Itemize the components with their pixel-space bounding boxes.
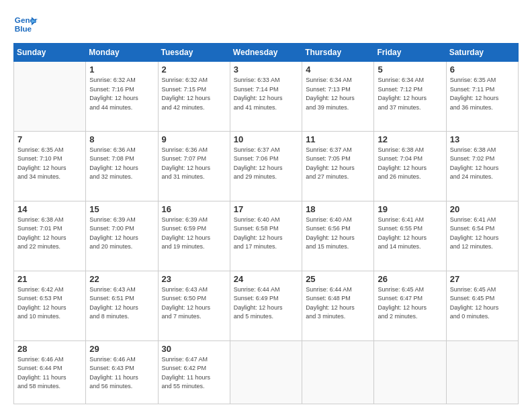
calendar-week-row: 28Sunrise: 6:46 AM Sunset: 6:44 PM Dayli…	[14, 340, 519, 404]
calendar-cell: 14Sunrise: 6:38 AM Sunset: 7:01 PM Dayli…	[14, 201, 86, 271]
calendar-cell	[230, 340, 302, 404]
day-number: 9	[162, 134, 226, 144]
day-info: Sunrise: 6:32 AM Sunset: 7:16 PM Dayligh…	[89, 76, 154, 112]
day-number: 22	[89, 274, 154, 284]
calendar-cell: 19Sunrise: 6:41 AM Sunset: 6:55 PM Dayli…	[374, 201, 446, 271]
day-info: Sunrise: 6:35 AM Sunset: 7:11 PM Dayligh…	[450, 76, 515, 112]
day-info: Sunrise: 6:46 AM Sunset: 6:43 PM Dayligh…	[89, 355, 154, 392]
day-number: 1	[89, 64, 154, 75]
day-number: 25	[306, 274, 370, 284]
weekday-header: Wednesday	[230, 44, 302, 62]
day-number: 18	[306, 204, 370, 214]
calendar-cell: 5Sunrise: 6:34 AM Sunset: 7:12 PM Daylig…	[374, 62, 446, 132]
day-number: 3	[234, 64, 298, 75]
calendar-cell: 28Sunrise: 6:46 AM Sunset: 6:44 PM Dayli…	[14, 340, 86, 404]
day-info: Sunrise: 6:38 AM Sunset: 7:04 PM Dayligh…	[378, 146, 442, 182]
calendar-cell: 6Sunrise: 6:35 AM Sunset: 7:11 PM Daylig…	[446, 62, 518, 132]
calendar-cell: 20Sunrise: 6:41 AM Sunset: 6:54 PM Dayli…	[446, 201, 518, 271]
day-info: Sunrise: 6:36 AM Sunset: 7:08 PM Dayligh…	[89, 146, 154, 182]
weekday-header: Sunday	[14, 44, 86, 62]
day-info: Sunrise: 6:34 AM Sunset: 7:13 PM Dayligh…	[306, 76, 370, 112]
calendar-cell: 7Sunrise: 6:35 AM Sunset: 7:10 PM Daylig…	[14, 131, 86, 201]
weekday-header: Thursday	[302, 44, 374, 62]
day-number: 11	[306, 134, 370, 144]
page: General Blue SundayMondayTuesdayWednesda…	[0, 0, 532, 411]
calendar-cell: 26Sunrise: 6:45 AM Sunset: 6:47 PM Dayli…	[374, 271, 446, 340]
day-number: 6	[450, 64, 515, 75]
weekday-header: Friday	[374, 44, 446, 62]
day-info: Sunrise: 6:37 AM Sunset: 7:05 PM Dayligh…	[306, 146, 370, 182]
day-number: 30	[162, 344, 226, 354]
day-number: 13	[450, 134, 515, 144]
calendar-cell: 30Sunrise: 6:47 AM Sunset: 6:42 PM Dayli…	[158, 340, 230, 404]
day-info: Sunrise: 6:40 AM Sunset: 6:58 PM Dayligh…	[234, 216, 298, 252]
day-info: Sunrise: 6:32 AM Sunset: 7:15 PM Dayligh…	[162, 76, 226, 112]
calendar-cell: 21Sunrise: 6:42 AM Sunset: 6:53 PM Dayli…	[14, 271, 86, 340]
calendar-cell: 13Sunrise: 6:38 AM Sunset: 7:02 PM Dayli…	[446, 131, 518, 201]
header: General Blue	[13, 12, 519, 36]
calendar-cell: 4Sunrise: 6:34 AM Sunset: 7:13 PM Daylig…	[302, 62, 374, 132]
day-info: Sunrise: 6:40 AM Sunset: 6:56 PM Dayligh…	[306, 216, 370, 252]
day-number: 7	[17, 134, 82, 144]
day-info: Sunrise: 6:41 AM Sunset: 6:54 PM Dayligh…	[450, 216, 515, 252]
calendar-cell	[374, 340, 446, 404]
day-info: Sunrise: 6:35 AM Sunset: 7:10 PM Dayligh…	[17, 146, 82, 182]
weekday-header: Saturday	[446, 44, 518, 62]
calendar-cell	[446, 340, 518, 404]
logo: General Blue	[13, 12, 38, 36]
weekday-header: Monday	[86, 44, 158, 62]
calendar-cell: 1Sunrise: 6:32 AM Sunset: 7:16 PM Daylig…	[86, 62, 158, 132]
day-info: Sunrise: 6:38 AM Sunset: 7:01 PM Dayligh…	[17, 216, 82, 252]
calendar-cell: 24Sunrise: 6:44 AM Sunset: 6:49 PM Dayli…	[230, 271, 302, 340]
calendar-cell: 22Sunrise: 6:43 AM Sunset: 6:51 PM Dayli…	[86, 271, 158, 340]
calendar-cell: 23Sunrise: 6:43 AM Sunset: 6:50 PM Dayli…	[158, 271, 230, 340]
day-number: 5	[378, 64, 442, 75]
calendar-week-row: 7Sunrise: 6:35 AM Sunset: 7:10 PM Daylig…	[14, 131, 519, 201]
day-number: 12	[378, 134, 442, 144]
calendar-cell: 8Sunrise: 6:36 AM Sunset: 7:08 PM Daylig…	[86, 131, 158, 201]
day-info: Sunrise: 6:45 AM Sunset: 6:45 PM Dayligh…	[450, 285, 515, 322]
calendar-cell: 18Sunrise: 6:40 AM Sunset: 6:56 PM Dayli…	[302, 201, 374, 271]
day-number: 10	[234, 134, 298, 144]
day-info: Sunrise: 6:33 AM Sunset: 7:14 PM Dayligh…	[234, 76, 298, 112]
day-number: 24	[234, 274, 298, 284]
calendar-cell: 11Sunrise: 6:37 AM Sunset: 7:05 PM Dayli…	[302, 131, 374, 201]
day-info: Sunrise: 6:37 AM Sunset: 7:06 PM Dayligh…	[234, 146, 298, 182]
day-info: Sunrise: 6:47 AM Sunset: 6:42 PM Dayligh…	[162, 355, 226, 392]
day-info: Sunrise: 6:45 AM Sunset: 6:47 PM Dayligh…	[378, 285, 442, 322]
calendar-cell: 16Sunrise: 6:39 AM Sunset: 6:59 PM Dayli…	[158, 201, 230, 271]
day-number: 23	[162, 274, 226, 284]
day-info: Sunrise: 6:39 AM Sunset: 6:59 PM Dayligh…	[162, 216, 226, 252]
calendar-cell	[14, 62, 86, 132]
day-number: 16	[162, 204, 226, 214]
day-number: 17	[234, 204, 298, 214]
day-number: 26	[378, 274, 442, 284]
calendar-cell: 25Sunrise: 6:44 AM Sunset: 6:48 PM Dayli…	[302, 271, 374, 340]
day-number: 4	[306, 64, 370, 75]
day-number: 20	[450, 204, 515, 214]
calendar-table: SundayMondayTuesdayWednesdayThursdayFrid…	[13, 43, 519, 404]
day-info: Sunrise: 6:34 AM Sunset: 7:12 PM Dayligh…	[378, 76, 442, 112]
day-info: Sunrise: 6:43 AM Sunset: 6:50 PM Dayligh…	[162, 285, 226, 322]
day-number: 14	[17, 204, 82, 214]
calendar-cell: 17Sunrise: 6:40 AM Sunset: 6:58 PM Dayli…	[230, 201, 302, 271]
calendar-week-row: 21Sunrise: 6:42 AM Sunset: 6:53 PM Dayli…	[14, 271, 519, 340]
day-info: Sunrise: 6:43 AM Sunset: 6:51 PM Dayligh…	[89, 285, 154, 322]
day-info: Sunrise: 6:41 AM Sunset: 6:55 PM Dayligh…	[378, 216, 442, 252]
logo-icon: General Blue	[13, 12, 38, 36]
weekday-header-row: SundayMondayTuesdayWednesdayThursdayFrid…	[14, 44, 519, 62]
day-info: Sunrise: 6:44 AM Sunset: 6:48 PM Dayligh…	[306, 285, 370, 322]
calendar-cell: 29Sunrise: 6:46 AM Sunset: 6:43 PM Dayli…	[86, 340, 158, 404]
calendar-cell: 2Sunrise: 6:32 AM Sunset: 7:15 PM Daylig…	[158, 62, 230, 132]
calendar-week-row: 14Sunrise: 6:38 AM Sunset: 7:01 PM Dayli…	[14, 201, 519, 271]
day-number: 28	[17, 344, 82, 354]
calendar-cell: 9Sunrise: 6:36 AM Sunset: 7:07 PM Daylig…	[158, 131, 230, 201]
calendar-cell: 27Sunrise: 6:45 AM Sunset: 6:45 PM Dayli…	[446, 271, 518, 340]
calendar-cell: 10Sunrise: 6:37 AM Sunset: 7:06 PM Dayli…	[230, 131, 302, 201]
day-number: 15	[89, 204, 154, 214]
day-info: Sunrise: 6:46 AM Sunset: 6:44 PM Dayligh…	[17, 355, 82, 392]
day-number: 2	[162, 64, 226, 75]
day-info: Sunrise: 6:36 AM Sunset: 7:07 PM Dayligh…	[162, 146, 226, 182]
weekday-header: Tuesday	[158, 44, 230, 62]
day-number: 29	[89, 344, 154, 354]
